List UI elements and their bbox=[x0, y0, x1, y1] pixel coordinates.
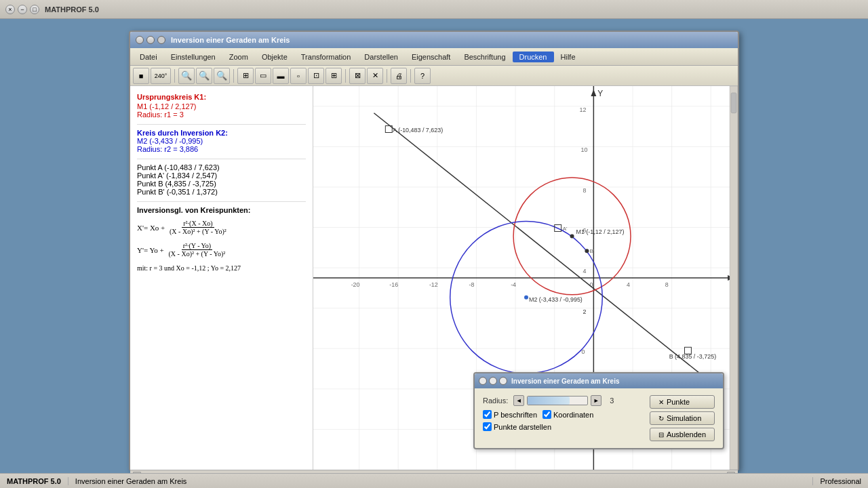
slider-track[interactable] bbox=[527, 396, 588, 405]
point-m2 bbox=[524, 296, 528, 300]
k2-r: Radius: r2 = 3,886 bbox=[137, 145, 306, 153]
slider-left-arrow[interactable]: ◄ bbox=[513, 395, 524, 406]
btn-simulation[interactable]: ↻ Simulation bbox=[650, 411, 715, 425]
slider-fill bbox=[528, 396, 570, 405]
menubar: Datei Einstellungen Zoom Objekte Transfo… bbox=[130, 48, 738, 66]
toolbar-btn-1[interactable]: ■ bbox=[133, 68, 149, 84]
k2-title: Kreis durch Inversion K2: bbox=[137, 129, 306, 137]
sub-min-btn[interactable] bbox=[489, 377, 497, 385]
cb-koordinaten-input[interactable] bbox=[542, 410, 551, 419]
toolbar-btn-cross2[interactable]: ✕ bbox=[367, 68, 383, 84]
os-close-btn[interactable]: × bbox=[5, 5, 15, 14]
toolbar: ■ 240° 🔍 🔍 🔍 ⊞ ▭ ▬ ▫ ⊡ ⊞ ⊠ ✕ 🖨 ? bbox=[130, 66, 738, 86]
app-window: Inversion einer Geraden am Kreis Datei E… bbox=[129, 30, 739, 471]
cb-p-beschriften-label: P beschriften bbox=[494, 411, 537, 419]
toolbar-btn-help[interactable]: ? bbox=[414, 68, 431, 84]
point-m2-label: M2 (-3,433 / -0,995) bbox=[529, 296, 583, 303]
statusbar-edition: Professional bbox=[812, 477, 868, 485]
toolbar-zoom-in[interactable]: 🔍 bbox=[214, 68, 230, 84]
point-m1 bbox=[570, 234, 574, 238]
toolbar-btn-cross1[interactable]: ⊠ bbox=[349, 68, 366, 84]
toolbar-btn-grid6[interactable]: ⊞ bbox=[326, 68, 342, 84]
point-b-prime-label: B' bbox=[589, 248, 594, 254]
statusbar: MATHPROF 5.0 Inversion einer Geraden am … bbox=[0, 473, 868, 488]
app-min-btn[interactable] bbox=[146, 36, 155, 44]
toolbar-btn-grid1[interactable]: ⊞ bbox=[237, 68, 254, 84]
info-section-k2: Kreis durch Inversion K2: M2 (-3,433 / -… bbox=[137, 129, 306, 153]
menu-hilfe[interactable]: Hilfe bbox=[554, 52, 583, 62]
statusbar-app-name: MATHPROF 5.0 bbox=[0, 477, 68, 485]
menu-transformation[interactable]: Transformation bbox=[294, 52, 358, 62]
toolbar-btn-grid2[interactable]: ▭ bbox=[255, 68, 271, 84]
app-max-btn[interactable] bbox=[157, 36, 165, 44]
sub-max-btn[interactable] bbox=[499, 377, 507, 385]
sub-title: Inversion einer Geraden am Kreis bbox=[511, 378, 620, 385]
btn-punkte[interactable]: ✕ Punkte bbox=[650, 395, 715, 409]
graph-area: X Y -20 -16 -12 -8 -4 0 4 8 12 10 8 bbox=[313, 86, 738, 470]
divider-3 bbox=[137, 201, 306, 202]
formula-y-fraction: r²·(Y - Yo) (X - Xo)² + (Y - Yo)² bbox=[167, 242, 227, 258]
divider-1 bbox=[137, 124, 306, 125]
punkt-b-prime: Punkt B' (-0,351 / 1,372) bbox=[137, 188, 306, 196]
toolbar-btn-print[interactable]: 🖨 bbox=[391, 68, 407, 84]
toolbar-btn-grid4[interactable]: ▫ bbox=[290, 68, 307, 84]
os-max-btn[interactable]: □ bbox=[30, 5, 39, 14]
radius-value: 3 bbox=[610, 396, 614, 405]
divider-2 bbox=[137, 159, 306, 159]
info-section-k1: Ursprungskreis K1: M1 (-1,12 / 2,127) Ra… bbox=[137, 93, 306, 119]
k1-m: M1 (-1,12 / 2,127) bbox=[137, 102, 306, 110]
svg-text:8: 8 bbox=[665, 281, 669, 288]
scrollbar-right[interactable] bbox=[730, 86, 738, 470]
sub-close-btn[interactable] bbox=[479, 377, 487, 385]
menu-datei[interactable]: Datei bbox=[133, 52, 164, 62]
cb-koordinaten-label: Koordinaten bbox=[553, 411, 593, 419]
formula-y-prefix: Y'= Yo + bbox=[137, 246, 164, 254]
app-window-controls bbox=[136, 36, 165, 44]
menu-objekte[interactable]: Objekte bbox=[255, 52, 294, 62]
punkt-a: Punkt A (-10,483 / 7,623) bbox=[137, 163, 306, 171]
btn-punkte-label: Punkte bbox=[667, 398, 690, 406]
menu-drucken[interactable]: Drucken bbox=[513, 52, 554, 62]
btn-ausblenden-icon: ⊟ bbox=[658, 431, 664, 439]
toolbar-btn-grid3[interactable]: ▬ bbox=[273, 68, 289, 84]
menu-beschriftung[interactable]: Beschriftung bbox=[457, 52, 512, 62]
os-title: MATHPROF 5.0 bbox=[45, 5, 99, 14]
toolbar-zoom-reset[interactable]: 🔍 bbox=[196, 68, 212, 84]
app-titlebar: Inversion einer Geraden am Kreis bbox=[130, 32, 738, 48]
cb-p-beschriften-input[interactable] bbox=[483, 410, 492, 419]
toolbar-sep-3 bbox=[345, 69, 346, 83]
menu-einstellungen[interactable]: Einstellungen bbox=[164, 52, 222, 62]
svg-text:10: 10 bbox=[580, 146, 587, 153]
formula-x-prefix: X'= Xo + bbox=[137, 224, 165, 232]
k1-r: Radius: r1 = 3 bbox=[137, 110, 306, 119]
radius-label: Radius: bbox=[483, 396, 508, 405]
scrollbar-right-thumb[interactable] bbox=[731, 93, 736, 113]
checkbox-row-2: Punkte darstellen bbox=[483, 422, 643, 431]
svg-text:4: 4 bbox=[583, 268, 586, 274]
os-min-btn[interactable]: − bbox=[18, 5, 27, 14]
slider-container: ◄ ► bbox=[513, 395, 601, 406]
svg-text:-12: -12 bbox=[429, 281, 438, 288]
cb-punkte-darstellen-input[interactable] bbox=[483, 422, 492, 431]
slider-right-arrow[interactable]: ► bbox=[591, 395, 601, 406]
os-window-controls: × − □ bbox=[5, 5, 39, 14]
os-titlebar: × − □ MATHPROF 5.0 bbox=[0, 0, 868, 19]
formula-x-num: r²·(X - Xo) bbox=[182, 220, 214, 228]
cb-punkte-darstellen-label: Punkte darstellen bbox=[494, 423, 551, 431]
toolbar-btn-2[interactable]: 240° bbox=[151, 68, 171, 84]
svg-text:-16: -16 bbox=[389, 281, 398, 288]
svg-text:4: 4 bbox=[627, 281, 630, 288]
toolbar-zoom-out[interactable]: 🔍 bbox=[178, 68, 195, 84]
app-close-btn[interactable] bbox=[136, 36, 144, 44]
toolbar-btn-grid5[interactable]: ⊡ bbox=[308, 68, 324, 84]
formula-mit: mit: r = 3 und Xo = -1,12 ; Yo = 2,127 bbox=[137, 264, 306, 272]
menu-zoom[interactable]: Zoom bbox=[222, 52, 255, 62]
sub-window: Inversion einer Geraden am Kreis Radius:… bbox=[473, 372, 724, 449]
formula-block: X'= Xo + r²·(X - Xo) (X - Xo)² + (Y - Yo… bbox=[137, 220, 306, 272]
point-b-prime bbox=[585, 249, 589, 253]
btn-ausblenden[interactable]: ⊟ Ausblenden bbox=[650, 428, 715, 441]
menu-darstellen[interactable]: Darstellen bbox=[357, 52, 405, 62]
toolbar-sep-2 bbox=[233, 69, 234, 83]
menu-eigenschaft[interactable]: Eigenschaft bbox=[405, 52, 457, 62]
k2-m: M2 (-3,433 / -0,995) bbox=[137, 137, 306, 145]
